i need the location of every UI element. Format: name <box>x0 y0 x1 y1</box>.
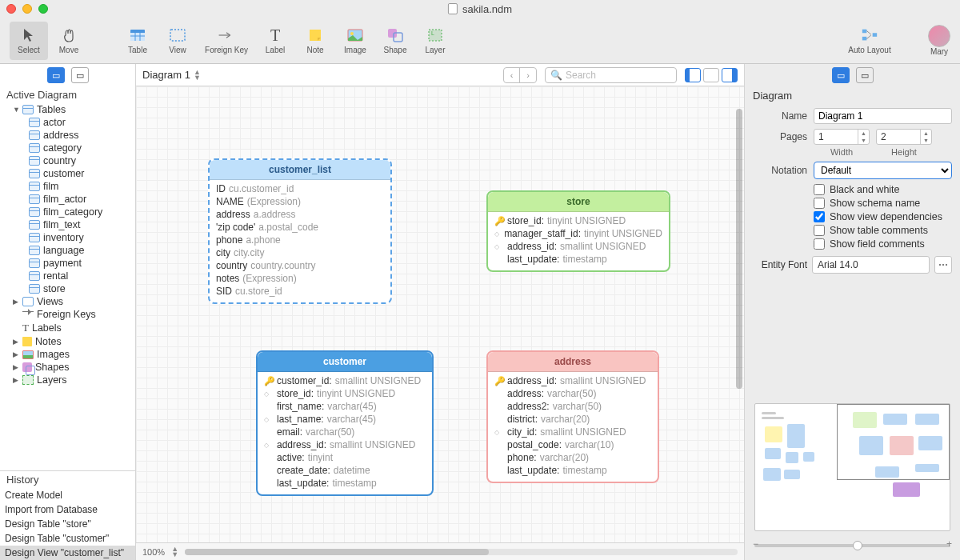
tree-table-item[interactable]: language <box>3 244 132 257</box>
table-icon <box>29 143 40 153</box>
tree-table-item[interactable]: film <box>3 180 132 193</box>
check-bw[interactable] <box>814 184 825 195</box>
tree-table-item[interactable]: rental <box>3 270 132 282</box>
tree-table-item[interactable]: film_category <box>3 206 132 218</box>
rp-tab-other[interactable]: ▭ <box>856 67 874 83</box>
foreignkey-tool[interactable]: Foreign Key <box>198 22 254 60</box>
svg-text:L: L <box>431 30 434 36</box>
table-icon <box>29 207 40 217</box>
history-item[interactable]: Create Model <box>0 488 135 502</box>
entity-customer[interactable]: customer 🔑customer_id: smallint UNSIGNED… <box>256 350 434 496</box>
field-row: ID cu.customer_id <box>216 182 384 195</box>
canvas[interactable]: customer_list ID cu.customer_idNAME (Exp… <box>136 86 744 542</box>
zoom-stepper[interactable]: ▲▼ <box>171 546 178 558</box>
foreignkey-icon <box>22 311 34 318</box>
field-row: address a.address <box>216 208 384 221</box>
notation-select[interactable]: Default <box>814 162 952 179</box>
tree-views[interactable]: ▶Views <box>3 295 132 308</box>
index-icon: ◇ <box>494 429 504 436</box>
field-row: 🔑address_id: smallint UNSIGNED <box>494 374 651 387</box>
view-bottom-toggle[interactable] <box>703 68 719 82</box>
tree-table-item[interactable]: film_actor <box>3 193 132 206</box>
close-icon[interactable] <box>6 4 16 14</box>
tree-table-item[interactable]: actor <box>3 116 132 129</box>
layer-tool[interactable]: L Layer <box>416 22 454 60</box>
tree-table-item[interactable]: country <box>3 154 132 167</box>
diagram-name-input[interactable] <box>814 108 952 124</box>
select-tool[interactable]: Select <box>10 22 48 60</box>
history-item[interactable]: Import from Database <box>0 502 135 517</box>
left-panel: ▭ ▭ Active Diagram ▼Tables actoraddressc… <box>0 64 136 560</box>
autolayout-icon <box>860 26 879 44</box>
check-fieldcomments[interactable] <box>814 238 825 250</box>
history-item[interactable]: Design Table "store" <box>0 517 135 531</box>
autolayout-button[interactable]: Auto Layout <box>842 22 898 60</box>
entity-customer-list[interactable]: customer_list ID cu.customer_idNAME (Exp… <box>208 158 392 304</box>
label-icon: T <box>22 322 29 334</box>
history-item[interactable]: Design Table "customer" <box>0 531 135 546</box>
tree-table-item[interactable]: address <box>3 129 132 142</box>
tree-notes[interactable]: ▶Notes <box>3 335 132 348</box>
view-left-toggle[interactable] <box>685 68 701 82</box>
minimap[interactable] <box>754 403 950 531</box>
zoom-icon[interactable] <box>38 4 48 14</box>
pointer-icon <box>19 26 38 44</box>
horizontal-scrollbar[interactable] <box>185 549 738 555</box>
tree-labels[interactable]: ▶TLabels <box>3 321 132 335</box>
table-tool[interactable]: Table <box>118 22 157 60</box>
note-tool[interactable]: Note <box>296 22 334 60</box>
tree-table-item[interactable]: store <box>3 282 132 295</box>
field-row: ◇manager_staff_id: tinyint UNSIGNED <box>494 227 662 240</box>
entity-header: store <box>488 192 669 212</box>
image-tool[interactable]: Image <box>336 22 374 60</box>
nav-back[interactable]: ‹ <box>504 68 520 82</box>
active-diagram-heading: Active Diagram <box>0 86 135 103</box>
tree-table-item[interactable]: payment <box>3 257 132 270</box>
entity-store[interactable]: store 🔑store_id: tinyint UNSIGNED◇manage… <box>486 190 670 272</box>
font-input[interactable]: Arial 14.0 <box>812 256 930 274</box>
rp-tab-diagram[interactable]: ▭ <box>832 67 850 83</box>
search-input[interactable]: 🔍 Search <box>545 67 677 83</box>
lp-tab-other[interactable]: ▭ <box>71 67 89 83</box>
index-icon: ◇ <box>264 442 274 449</box>
canvas-area: Diagram 1 ▲▼ ‹ › 🔍 Search <box>136 64 744 560</box>
view-right-toggle[interactable] <box>722 68 738 82</box>
minimize-icon[interactable] <box>22 4 32 14</box>
zoom-level[interactable]: 100% <box>142 547 165 557</box>
field-row: ◇store_id: tinyint UNSIGNED <box>264 387 426 400</box>
nav-buttons: ‹ › <box>503 67 537 83</box>
window-controls <box>6 4 48 14</box>
field-row: city city.city <box>216 246 384 259</box>
check-tablecomments[interactable] <box>814 225 825 236</box>
nav-forward[interactable]: › <box>520 68 536 82</box>
shape-tool[interactable]: Shape <box>376 22 414 60</box>
tree-images[interactable]: ▶Images <box>3 348 132 361</box>
zoom-slider[interactable]: − + <box>754 544 950 547</box>
font-picker-button[interactable]: ⋯ <box>934 256 952 274</box>
label-tool[interactable]: T Label <box>256 22 294 60</box>
diagram-selector[interactable]: Diagram 1 ▲▼ <box>142 69 201 81</box>
entity-address[interactable]: address 🔑address_id: smallint UNSIGNEDad… <box>486 350 659 483</box>
user-menu[interactable]: Mary <box>928 25 950 56</box>
pages-height-input[interactable]: 2▲▼ <box>876 129 932 145</box>
check-viewdeps[interactable] <box>814 211 825 222</box>
pages-width-input[interactable]: 1▲▼ <box>814 129 870 145</box>
tree-table-item[interactable]: customer <box>3 167 132 180</box>
vertical-scrollbar[interactable] <box>736 109 742 389</box>
lp-tab-model[interactable]: ▭ <box>47 67 65 83</box>
tables-icon <box>22 105 34 114</box>
view-tool[interactable]: View <box>158 22 197 60</box>
tree-foreignkeys[interactable]: ▶Foreign Keys <box>3 308 132 321</box>
tree-table-item[interactable]: inventory <box>3 231 132 244</box>
tree-layers[interactable]: ▶Layers <box>3 374 132 386</box>
document-icon <box>448 3 458 14</box>
tree-table-item[interactable]: category <box>3 142 132 154</box>
tree-shapes[interactable]: ▶Shapes <box>3 361 132 374</box>
tree-table-item[interactable]: film_text <box>3 218 132 231</box>
check-schema[interactable] <box>814 198 825 209</box>
field-row: district: varchar(20) <box>494 413 651 426</box>
field-row: last_update: timestamp <box>494 464 651 477</box>
tree-tables[interactable]: ▼Tables <box>3 103 132 116</box>
history-item[interactable]: Design View "customer_list" <box>0 546 135 560</box>
move-tool[interactable]: Move <box>50 22 88 60</box>
